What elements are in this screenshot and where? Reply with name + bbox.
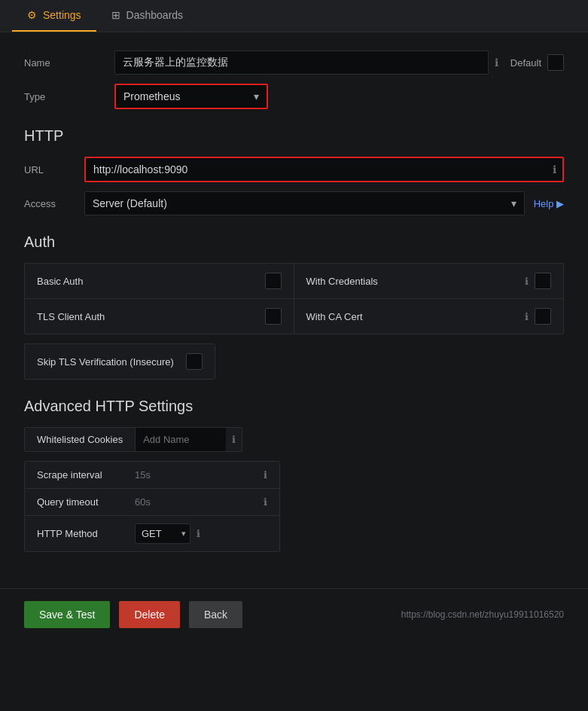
with-credentials-label: With Credentials bbox=[306, 276, 526, 287]
url-label: URL bbox=[24, 164, 84, 175]
tls-client-auth-checkbox[interactable] bbox=[265, 308, 282, 325]
tab-settings[interactable]: ⚙ Settings bbox=[12, 0, 96, 32]
query-timeout-row: Query timeout 60s ℹ bbox=[25, 489, 279, 516]
access-label: Access bbox=[24, 198, 84, 209]
http-method-row: HTTP Method GET POST ▾ ℹ bbox=[25, 516, 279, 551]
advanced-section-title: Advanced HTTP Settings bbox=[24, 398, 564, 415]
help-link[interactable]: Help ▶ bbox=[534, 198, 564, 209]
query-timeout-info-icon: ℹ bbox=[264, 496, 267, 508]
url-row: URL ℹ bbox=[24, 157, 564, 182]
footer-bar: Save & Test Delete Back https://blog.csd… bbox=[0, 588, 588, 640]
add-name-info-icon: ℹ bbox=[226, 434, 242, 445]
url-input[interactable] bbox=[86, 158, 547, 181]
access-row: Access Server (Default) ▾ Help ▶ bbox=[24, 191, 564, 215]
http-section-title: HTTP bbox=[24, 127, 564, 145]
with-ca-cert-cell: With CA Cert ℹ bbox=[294, 299, 564, 334]
auth-grid: Basic Auth With Credentials ℹ TLS Client… bbox=[24, 263, 564, 334]
default-container: Default bbox=[510, 54, 564, 71]
add-name-input[interactable] bbox=[136, 428, 226, 451]
with-credentials-info-icon: ℹ bbox=[525, 276, 529, 287]
with-ca-cert-label: With CA Cert bbox=[306, 311, 526, 322]
basic-auth-cell: Basic Auth bbox=[25, 264, 294, 299]
scrape-interval-info-icon: ℹ bbox=[264, 469, 267, 481]
name-label: Name bbox=[24, 57, 114, 69]
default-checkbox[interactable] bbox=[547, 54, 564, 71]
with-ca-cert-checkbox[interactable] bbox=[535, 308, 551, 325]
delete-button[interactable]: Delete bbox=[119, 601, 179, 628]
save-test-button[interactable]: Save & Test bbox=[24, 601, 110, 628]
type-select[interactable]: Prometheus bbox=[116, 85, 267, 108]
tls-client-auth-label: TLS Client Auth bbox=[37, 311, 265, 322]
whitelisted-cookies-button[interactable]: Whitelisted Cookies bbox=[25, 428, 136, 451]
scrape-interval-label: Scrape interval bbox=[37, 469, 135, 481]
access-select[interactable]: Server (Default) bbox=[85, 192, 524, 215]
advanced-section: Advanced HTTP Settings Whitelisted Cooki… bbox=[24, 398, 564, 552]
skip-tls-label: Skip TLS Verification (Insecure) bbox=[37, 356, 174, 368]
type-label: Type bbox=[24, 91, 114, 102]
access-select-wrapper: Server (Default) ▾ bbox=[84, 191, 525, 215]
query-timeout-label: Query timeout bbox=[37, 496, 135, 508]
http-method-label: HTTP Method bbox=[37, 528, 135, 539]
tab-settings-label: Settings bbox=[43, 9, 81, 21]
main-content: Name ℹ Default Type Prometheus ▾ HTTP UR… bbox=[0, 32, 588, 570]
scrape-interval-row: Scrape interval 15s ℹ bbox=[25, 462, 279, 489]
basic-auth-label: Basic Auth bbox=[37, 276, 265, 287]
with-credentials-checkbox[interactable] bbox=[535, 273, 551, 289]
footer-link: https://blog.csdn.net/zhuyu19911016520 bbox=[401, 609, 564, 620]
dashboards-icon: ⊞ bbox=[111, 9, 120, 21]
http-method-select-wrapper: GET POST ▾ bbox=[135, 523, 190, 544]
type-select-wrapper: Prometheus ▾ bbox=[114, 84, 268, 109]
query-timeout-value: 60s bbox=[135, 496, 264, 508]
http-method-select[interactable]: GET POST bbox=[135, 523, 190, 544]
url-info-icon: ℹ bbox=[553, 163, 556, 175]
name-info-icon: ℹ bbox=[495, 56, 498, 69]
back-button[interactable]: Back bbox=[189, 601, 242, 628]
whitelisted-cookies-row: Whitelisted Cookies ℹ bbox=[24, 427, 242, 452]
tab-dashboards[interactable]: ⊞ Dashboards bbox=[96, 0, 199, 32]
skip-tls-row: Skip TLS Verification (Insecure) bbox=[24, 343, 215, 380]
type-row: Type Prometheus ▾ bbox=[24, 84, 564, 109]
basic-auth-checkbox[interactable] bbox=[265, 273, 282, 289]
default-label: Default bbox=[510, 57, 541, 69]
scrape-interval-value: 15s bbox=[135, 469, 264, 481]
name-row: Name ℹ Default bbox=[24, 50, 564, 75]
skip-tls-checkbox[interactable] bbox=[186, 353, 203, 370]
with-ca-cert-info-icon: ℹ bbox=[525, 311, 529, 322]
with-credentials-cell: With Credentials ℹ bbox=[294, 264, 564, 299]
auth-section-title: Auth bbox=[24, 233, 564, 251]
tls-client-auth-cell: TLS Client Auth bbox=[25, 299, 294, 334]
interval-table: Scrape interval 15s ℹ Query timeout 60s … bbox=[24, 461, 280, 552]
auth-section: Auth Basic Auth With Credentials ℹ TLS C… bbox=[24, 233, 564, 380]
name-input[interactable] bbox=[114, 50, 489, 75]
http-method-info-icon: ℹ bbox=[197, 528, 200, 539]
url-input-wrapper: ℹ bbox=[84, 157, 564, 182]
tab-dashboards-label: Dashboards bbox=[126, 9, 184, 21]
tab-bar: ⚙ Settings ⊞ Dashboards bbox=[0, 0, 588, 32]
settings-icon: ⚙ bbox=[27, 9, 37, 21]
